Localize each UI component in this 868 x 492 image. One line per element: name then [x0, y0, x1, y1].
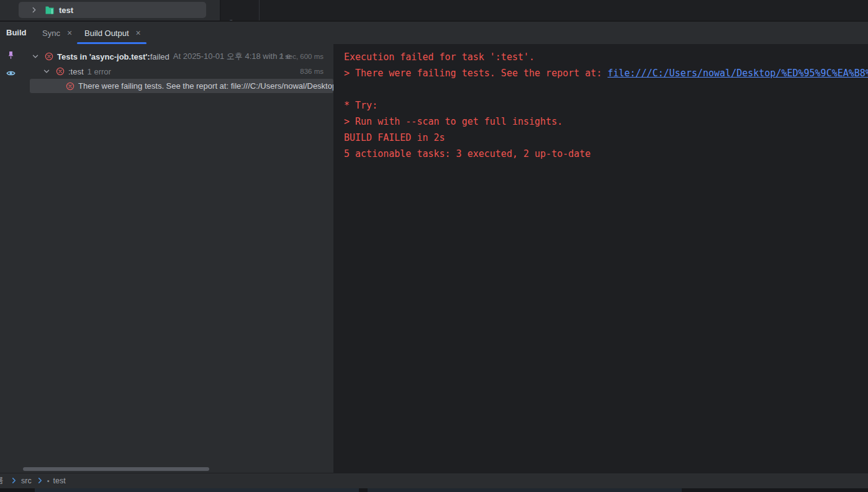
console-line: > Run with --scan to get full insights. [344, 114, 868, 130]
tree-row-test-task[interactable]: :test 1 error 836 ms [0, 64, 333, 79]
test-folder-icon [45, 6, 55, 15]
navigation-bar: 름 src • test [0, 473, 868, 488]
console-line-empty [344, 81, 868, 97]
editor[interactable]: 6 @SpringBootApplication 7 public class … [221, 0, 868, 20]
editor-line-7: 7 public class AsyncJobApplicationTests … [221, 15, 868, 20]
bottom-edge-strip [0, 488, 868, 492]
horizontal-scrollbar-thumb[interactable] [23, 467, 209, 471]
report-file-link[interactable]: file:///C:/Users/nowal/Desktop/%ED%95%9C… [607, 68, 868, 79]
taskbar-segment [368, 488, 682, 492]
row-meta: At 2025-10-01 오후 4:18 with 1 e [173, 51, 291, 62]
console-line: 5 actionable tasks: 3 executed, 2 up-to-… [344, 146, 868, 162]
chevron-down-icon[interactable] [31, 52, 40, 61]
project-tree-item-test[interactable]: test [19, 2, 206, 18]
error-icon [66, 82, 75, 91]
project-item-label: test [59, 6, 73, 15]
ide-window: test 6 @SpringBootApplication 7 public c… [0, 0, 868, 492]
breadcrumb-chevron-icon [11, 477, 17, 484]
console-line: > There were failing tests. See the repo… [344, 65, 868, 81]
close-tab-icon[interactable]: × [67, 29, 72, 37]
console-line: BUILD FAILED in 2s [344, 130, 868, 146]
row-message: There were failing tests. See the report… [78, 81, 333, 91]
tool-window-title[interactable]: Build [6, 22, 27, 44]
tree-row-failing-tests-message[interactable]: There were failing tests. See the report… [0, 79, 333, 93]
console-line: Execution failed for task ':test'. [344, 49, 868, 65]
build-tab-bar: Build Sync × Build Output × [0, 22, 868, 44]
error-icon [56, 67, 65, 76]
close-tab-icon[interactable]: × [136, 29, 141, 37]
tab-build-output[interactable]: Build Output × [77, 22, 147, 44]
row-title: Tests in 'async-job.test': [57, 52, 150, 61]
row-meta: 1 error [88, 67, 111, 76]
tree-row-tests-failed[interactable]: Tests in 'async-job.test': failed At 202… [0, 49, 333, 64]
build-content: Tests in 'async-job.test': failed At 202… [0, 44, 868, 473]
chevron-right-icon[interactable] [30, 6, 38, 14]
breadcrumb-chevron-icon [37, 477, 43, 484]
chevron-down-icon[interactable] [42, 67, 51, 76]
breadcrumb-dot: • [47, 477, 50, 485]
breadcrumb-item-clipped[interactable]: 름 [0, 475, 6, 486]
build-output-tree: Tests in 'async-job.test': failed At 202… [0, 44, 333, 473]
breadcrumb-item-test[interactable]: test [53, 476, 66, 485]
taskbar-segment [35, 488, 359, 492]
row-status: failed [150, 52, 170, 61]
row-duration: 2 sec, 600 ms [279, 53, 323, 60]
build-tool-window: Build Sync × Build Output × [0, 20, 868, 492]
project-tree-popup: test [0, 0, 221, 20]
row-duration: 836 ms [300, 68, 323, 75]
error-icon [45, 52, 53, 61]
row-title: :test [68, 67, 84, 76]
breadcrumb-item-src[interactable]: src [21, 476, 32, 485]
editor-line-6: 6 @SpringBootApplication [221, 0, 868, 15]
console-line: * Try: [344, 97, 868, 114]
build-console-output[interactable]: Execution failed for task ':test'. > The… [333, 44, 868, 473]
tab-sync[interactable]: Sync × [35, 22, 76, 44]
